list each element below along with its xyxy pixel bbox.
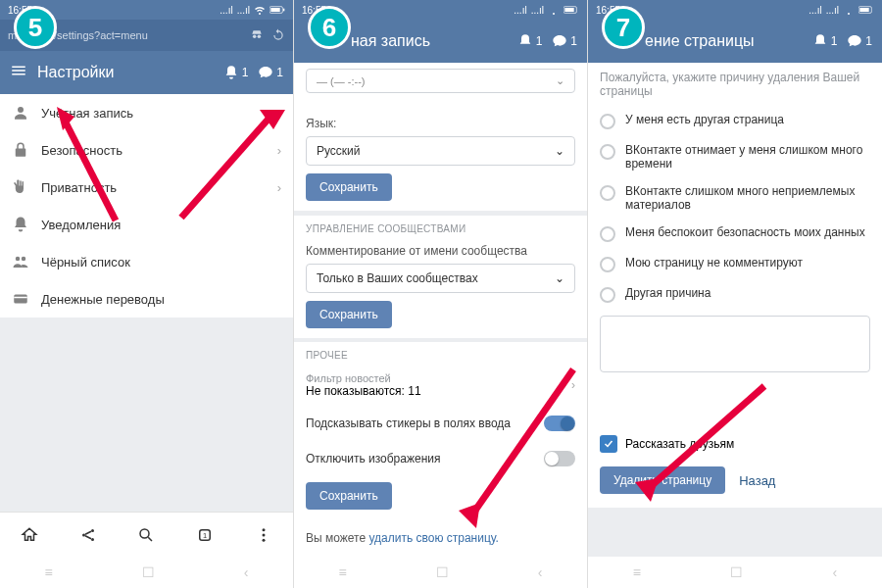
page-title: ение страницы: [645, 32, 803, 50]
radio-icon: [600, 287, 615, 303]
svg-text:1: 1: [203, 531, 207, 540]
tabs-icon[interactable]: 1: [196, 526, 214, 544]
nav-home-icon[interactable]: ☐: [730, 564, 743, 580]
svg-rect-28: [859, 8, 868, 12]
pane-step-7: 7 16:55 ...ıl...ıl ение страницы 1 1 Пож…: [588, 0, 882, 588]
reason-option[interactable]: Другая причина: [588, 279, 882, 310]
menu-dots-icon[interactable]: [255, 526, 272, 544]
notifications-icon[interactable]: 1: [223, 65, 249, 80]
save-button[interactable]: Сохранить: [306, 301, 392, 328]
nav-home-icon[interactable]: ☐: [436, 564, 449, 580]
community-comment-label: Комментирование от имени сообщества: [306, 244, 575, 258]
search-icon[interactable]: [137, 526, 155, 544]
reason-option[interactable]: Мою страницу не комментируют: [588, 249, 882, 279]
back-link[interactable]: Назад: [739, 473, 775, 488]
nav-back-icon[interactable]: ‹: [244, 564, 249, 580]
reason-option[interactable]: Меня беспокоит безопасность моих данных: [588, 219, 882, 249]
svg-point-10: [82, 533, 85, 536]
pane-step-6: 6 16:55 ...ıl...ıl ная запись 1 1 — (— -…: [294, 0, 588, 588]
nav-back-icon[interactable]: ‹: [538, 564, 543, 580]
chevron-right-icon: ›: [277, 143, 281, 158]
nav-home-icon[interactable]: ☐: [142, 564, 155, 580]
refresh-icon[interactable]: [271, 28, 285, 42]
reason-option[interactable]: ВКонтакте отнимает у меня слишком много …: [588, 136, 882, 177]
notifications-icon[interactable]: 1: [812, 33, 838, 49]
bell-icon: [12, 216, 29, 233]
chevron-down-icon: ⌄: [556, 74, 564, 87]
language-select[interactable]: Русский⌄: [306, 136, 575, 166]
reason-option[interactable]: У меня есть другая страница: [588, 106, 882, 136]
card-icon: [12, 290, 29, 308]
svg-point-13: [140, 529, 149, 538]
nav-recent-icon[interactable]: ≡: [633, 564, 641, 580]
delete-page-button[interactable]: Удалить страницу: [600, 466, 725, 494]
svg-point-3: [253, 34, 257, 38]
save-button[interactable]: Сохранить: [306, 482, 392, 510]
messages-icon[interactable]: 1: [847, 33, 872, 49]
settings-item-privacy[interactable]: Приватность ›: [0, 169, 293, 206]
nav-recent-icon[interactable]: ≡: [45, 564, 53, 580]
save-button[interactable]: Сохранить: [306, 173, 392, 201]
status-icons: ...ıl...ıl: [514, 4, 579, 16]
android-nav-bar: ≡ ☐ ‹: [294, 557, 587, 588]
home-icon[interactable]: [21, 526, 38, 544]
hand-icon: [12, 178, 29, 196]
toggle-off-icon[interactable]: [544, 451, 575, 466]
reason-textarea[interactable]: [600, 316, 870, 372]
hamburger-icon[interactable]: [10, 62, 27, 83]
radio-icon: [600, 185, 615, 201]
delete-page-link[interactable]: удалить свою страницу.: [368, 531, 499, 545]
language-label: Язык:: [306, 117, 575, 130]
settings-item-payments[interactable]: Денежные переводы: [0, 280, 293, 318]
svg-point-18: [263, 538, 266, 541]
svg-point-17: [263, 533, 266, 536]
timezone-field-partial[interactable]: — (— -:--)⌄: [306, 69, 575, 93]
notifications-icon[interactable]: 1: [517, 33, 543, 49]
settings-item-account[interactable]: Учётная запись ›: [0, 94, 293, 131]
list-label: Приватность: [41, 180, 117, 195]
status-icons: ...ıl...ıl: [808, 4, 874, 16]
reason-option[interactable]: ВКонтакте слишком много неприемлемых мат…: [588, 177, 882, 219]
nav-back-icon[interactable]: ‹: [833, 564, 838, 580]
section-communities: УПРАВЛЕНИЕ СООБЩЕСТВАМИ: [294, 216, 587, 238]
toggle-on-icon[interactable]: [544, 416, 575, 431]
svg-point-12: [91, 538, 94, 541]
battery-icon: [564, 5, 579, 15]
svg-rect-9: [14, 297, 27, 299]
svg-point-6: [16, 257, 21, 262]
user-icon: [12, 104, 29, 122]
vk-header: Настройки 1 1: [0, 51, 293, 94]
svg-rect-8: [14, 295, 27, 304]
android-nav-bar: ≡ ☐ ‹: [0, 557, 293, 588]
settings-item-security[interactable]: Безопасность ›: [0, 131, 293, 169]
community-comment-select[interactable]: Только в Ваших сообществах⌄: [306, 264, 575, 293]
settings-item-notifications[interactable]: Уведомления: [0, 206, 293, 243]
settings-item-blacklist[interactable]: Чёрный список: [0, 243, 293, 280]
svg-point-11: [91, 529, 94, 532]
messages-icon[interactable]: 1: [258, 65, 283, 80]
status-icons: ...ıl ...ıl: [220, 4, 285, 16]
tell-friends-checkbox[interactable]: Рассказать друзьям: [588, 427, 882, 461]
incognito-icon: [250, 28, 264, 42]
step-badge-6: 6: [308, 6, 351, 49]
share-icon[interactable]: [79, 526, 97, 544]
nav-recent-icon[interactable]: ≡: [339, 564, 347, 580]
list-label: Учётная запись: [41, 106, 133, 121]
section-other: ПРОЧЕЕ: [294, 342, 587, 365]
empty-area: [0, 318, 293, 512]
news-filter-row[interactable]: Фильтр новостей Не показываются: 11 ›: [294, 365, 587, 406]
radio-icon: [600, 226, 615, 242]
stickers-toggle-row[interactable]: Подсказывать стикеры в полях ввода: [294, 406, 587, 441]
disable-images-toggle-row[interactable]: Отключить изображения: [294, 441, 587, 476]
radio-icon: [600, 114, 615, 129]
list-label: Безопасность: [41, 143, 122, 158]
radio-icon: [600, 144, 615, 160]
wifi-icon: [843, 4, 855, 16]
chevron-down-icon: ⌄: [555, 271, 564, 285]
chevron-right-icon: ›: [277, 106, 281, 121]
step-badge-5: 5: [14, 6, 57, 49]
svg-point-4: [258, 34, 262, 38]
reason-description: Пожалуйста, укажите причину удаления Ваш…: [588, 63, 882, 106]
messages-icon[interactable]: 1: [552, 33, 577, 49]
delete-page-footer: Вы можете удалить свою страницу.: [294, 519, 587, 557]
